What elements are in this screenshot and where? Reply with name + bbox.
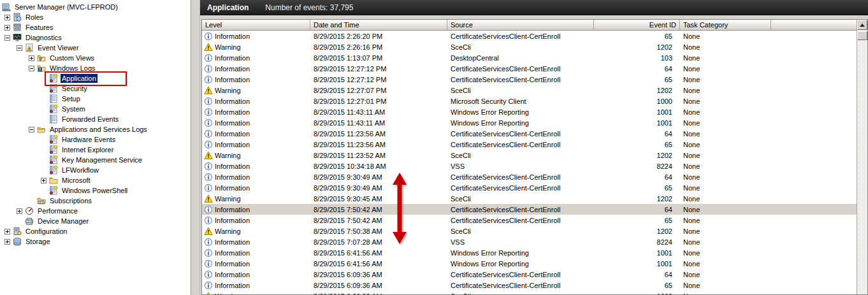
table-row[interactable]: Information8/29/2015 6:09:36 AMCertifica… [202,269,857,280]
scrollbar-thumb[interactable] [857,31,867,40]
table-row[interactable]: Warning8/29/2015 11:23:52 AMSceCli1202No… [202,150,857,161]
table-row[interactable]: Information8/29/2015 7:50:42 AMCertifica… [202,215,857,226]
table-row[interactable]: Information8/29/2015 12:27:12 PMCertific… [202,74,857,85]
table-row[interactable]: Information8/29/2015 12:27:12 PMCertific… [202,63,857,74]
tree-item-microsoft[interactable]: Microsoft [0,175,191,185]
scroll-up-button[interactable] [857,20,867,30]
expand-toggle-features[interactable] [4,25,10,31]
table-row[interactable]: Information8/29/2015 10:34:18 AMVSS8224N… [202,161,857,171]
tree-item-label[interactable]: System [61,104,87,113]
task-category-cell: None [680,238,771,246]
tree-item-system[interactable]: System [0,104,191,114]
tree-item-label[interactable]: Server Manager (MVC-LFPROD) [13,3,119,11]
table-row[interactable]: Information8/29/2015 1:13:07 PMDesktopCe… [202,52,857,63]
tree-item-label[interactable]: LFWorkflow [61,166,100,175]
tree-item-label[interactable]: Custom Views [48,54,96,62]
tree-item-label[interactable]: Windows PowerShell [61,186,129,195]
tree-item-label[interactable]: Storage [24,237,52,246]
table-row[interactable]: Information8/29/2015 6:41:56 AMWindows E… [202,247,857,258]
tree-item-hardware-events[interactable]: Hardware Events [0,134,191,145]
table-row[interactable]: Information8/29/2015 6:41:56 AMWindows E… [202,258,857,269]
tree-item-label[interactable]: Setup [61,94,82,103]
tree-item-label[interactable]: Microsoft [61,176,92,185]
warning-icon [204,227,213,236]
tree-item-label[interactable]: Internet Explorer [61,145,115,154]
tree-item-label[interactable]: Key Management Service [61,155,143,164]
collapse-toggle-applications-and-services-logs[interactable] [29,127,34,133]
table-row[interactable]: Information8/29/2015 7:07:28 AMVSS8224No… [202,236,857,247]
tree-item-label[interactable]: Forwarded Events [61,115,120,124]
table-row[interactable]: Information8/29/2015 9:30:49 AMCertifica… [202,171,857,182]
table-row[interactable]: Information8/29/2015 6:09:36 AMCertifica… [202,280,857,291]
expand-toggle-configuration[interactable] [4,229,10,234]
tree-item-device-manager[interactable]: Device Manager [0,216,191,226]
event-id-cell: 1202 [594,87,680,94]
tree-item-label[interactable]: Performance [36,206,79,215]
column-header-task-category[interactable]: Task Category [680,20,771,31]
table-row[interactable]: Information8/29/2015 11:23:56 AMCertific… [202,128,857,139]
table-row[interactable]: Warning8/29/2015 12:27:07 PMSceCli1202No… [202,85,857,96]
tree-item-subscriptions[interactable]: Subscriptions [0,196,191,206]
expand-toggle-roles[interactable] [4,15,10,20]
tree-item-roles[interactable]: Roles [0,12,191,22]
tree-item-internet-explorer[interactable]: Internet Explorer [0,145,191,155]
tree-item-custom-views[interactable]: Custom Views [0,53,191,63]
source-cell: CertificateServicesClient-CertEnroll [447,65,594,73]
expand-toggle-performance[interactable] [17,208,22,214]
source-cell: VSS [447,238,594,246]
tree-item-windows-logs[interactable]: Windows Logs [0,63,191,73]
column-header-source[interactable]: Source [447,20,594,31]
tree-item-storage[interactable]: Storage [0,236,191,247]
table-row[interactable]: Information8/29/2015 2:26:20 PMCertifica… [202,31,857,41]
tree-item-lfworkflow[interactable]: LFWorkflow [0,165,191,175]
tree-item-label[interactable]: Diagnostics [24,33,63,42]
source-cell: SceCli [447,43,594,51]
tree-item-label[interactable]: Windows Logs [48,64,97,73]
tree-item-performance[interactable]: Performance [0,206,191,216]
level-cell: Information [215,238,250,246]
tree-item-key-management-service[interactable]: Key Management Service [0,155,191,165]
tree-item-features[interactable]: Features [0,22,191,32]
column-header-level[interactable]: Level [202,20,310,31]
tree-item-security[interactable]: Security [0,83,191,94]
tree-item-label[interactable]: Security [61,84,89,93]
vertical-scrollbar[interactable] [857,20,867,294]
table-row[interactable]: Information8/29/2015 11:43:11 AMWindows … [202,106,857,117]
tree-item-label[interactable]: Features [24,23,54,32]
expand-toggle-custom-views[interactable] [29,55,34,61]
pane-splitter[interactable] [191,0,200,295]
expand-toggle-microsoft[interactable] [41,178,47,183]
tree-item-label[interactable]: Event Viewer [36,43,80,52]
tree-item-label[interactable]: Application [61,74,98,83]
tree-item-forwarded-events[interactable]: Forwarded Events [0,114,191,124]
table-row[interactable]: Information8/29/2015 11:23:56 AMCertific… [202,139,857,150]
table-row[interactable]: Warning8/29/2015 7:50:38 AMSceCli1202Non… [202,226,857,236]
tree-item-configuration[interactable]: Configuration [0,226,191,236]
tree-item-diagnostics[interactable]: Diagnostics [0,32,191,43]
table-row[interactable]: Information8/29/2015 7:50:42 AMCertifica… [202,204,857,215]
tree-item-label[interactable]: Subscriptions [48,196,93,205]
column-header-date-and-time[interactable]: Date and Time [310,20,447,31]
tree-item-server-manager-mvc-lfprod[interactable]: Server Manager (MVC-LFPROD) [0,2,191,12]
table-row[interactable]: Information8/29/2015 12:27:01 PMMicrosof… [202,96,857,106]
tree-item-setup[interactable]: Setup [0,94,191,104]
tree-item-applications-and-services-logs[interactable]: Applications and Services Logs [0,124,191,134]
tree-item-label[interactable]: Hardware Events [61,135,117,144]
tree-item-windows-powershell[interactable]: Windows PowerShell [0,185,191,196]
tree-item-application[interactable]: Application [0,73,191,83]
table-row[interactable]: Warning8/29/2015 6:09:32 AMSceCli1202Non… [202,291,857,294]
tree-item-label[interactable]: Device Manager [36,217,90,226]
collapse-toggle-event-viewer[interactable] [17,45,22,51]
tree-item-label[interactable]: Applications and Services Logs [48,125,148,134]
tree-item-label[interactable]: Configuration [24,227,68,236]
table-row[interactable]: Warning8/29/2015 2:26:16 PMSceCli1202Non… [202,41,857,52]
table-row[interactable]: Information8/29/2015 9:30:49 AMCertifica… [202,182,857,193]
tree-item-label[interactable]: Roles [24,13,45,22]
expand-toggle-storage[interactable] [4,239,10,245]
column-header-event-id[interactable]: Event ID [594,20,680,31]
collapse-toggle-windows-logs[interactable] [29,66,34,71]
tree-item-event-viewer[interactable]: Event Viewer [0,43,191,53]
table-row[interactable]: Warning8/29/2015 9:30:45 AMSceCli1202Non… [202,193,857,204]
collapse-toggle-diagnostics[interactable] [4,35,10,41]
table-row[interactable]: Information8/29/2015 11:43:11 AMWindows … [202,117,857,128]
